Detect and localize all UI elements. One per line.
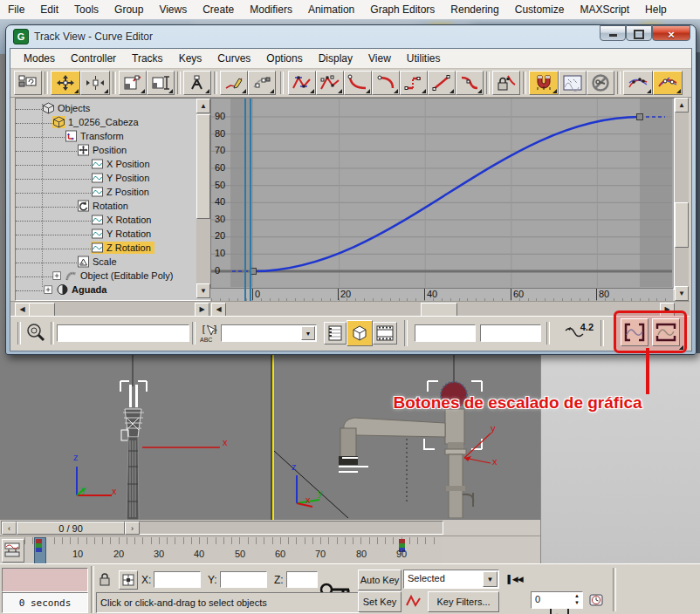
filter-animated-tracks-toggle[interactable] [373,322,397,345]
scale-keys-button[interactable] [119,71,147,95]
draw-curves-button[interactable] [220,71,248,95]
selection-set-dropdown[interactable]: Selected ▼ [403,570,499,589]
filter-selected-objects-toggle[interactable] [347,320,373,346]
hierarchy-tree-panel[interactable]: Objects 1_0256_Cabeza Transform Position [15,98,211,301]
menu-group[interactable]: Group [106,2,151,17]
track-set-name-field[interactable] [57,324,189,342]
window-title-bar[interactable]: G Track View - Curve Editor × [6,25,696,48]
keyframe-end[interactable] [637,114,643,120]
tree-item-x-position[interactable]: X Position [16,157,150,171]
time-configuration-button[interactable] [587,591,606,609]
track-view-window[interactable]: G Track View - Curve Editor × Modes Cont… [5,24,697,355]
menu-views[interactable]: Views [151,2,195,17]
interactive-update-indicator[interactable]: 4.2 [555,322,595,345]
menu-maxscript[interactable]: MAXScript [572,2,637,17]
edit-track-set-list-button[interactable] [324,322,347,345]
keyframe-marker-0[interactable] [36,539,42,551]
tangent-slow-button[interactable] [372,71,400,95]
menu-help[interactable]: Help [637,2,675,17]
expand-plus-icon[interactable] [44,285,53,295]
key-filters-button[interactable]: Key Filters... [428,591,499,612]
viewport-perspective-active[interactable]: y x z x y [272,353,542,523]
current-frame-field[interactable]: 0 ▲▼ [531,591,583,609]
time-slider-handle[interactable]: 0 / 90 [17,522,125,535]
slide-keys-button[interactable] [80,71,110,95]
mini-curve-editor-button[interactable] [2,539,24,563]
time-slider-next-button[interactable]: › [125,522,140,535]
selection-lock-toggle[interactable] [96,570,113,588]
parameter-out-of-range-button[interactable] [559,71,587,95]
time-slider-prev-button[interactable]: ‹ [2,522,17,535]
frame-spinner[interactable]: ▲▼ [573,592,581,606]
show-keyable-button[interactable] [587,71,614,95]
coord-z-field[interactable] [286,571,318,588]
tree-item-objects[interactable]: Objects [16,101,90,115]
tangent-auto-button[interactable] [288,71,316,95]
move-keys-button[interactable] [51,71,80,95]
lock-tangents-button[interactable] [492,71,520,95]
tree-scroll-right[interactable]: ▶ [195,303,209,317]
tangent-step-button[interactable] [400,71,428,95]
zoom-value-extents-button[interactable] [652,318,680,346]
tree-item-z-position[interactable]: Z Position [16,185,149,199]
track-bar[interactable]: 10 20 30 40 50 60 70 80 90 [0,536,540,564]
curve-graph-area[interactable]: 90 80 70 60 50 40 30 20 10 0 [210,98,675,290]
graph-scroll-thumb[interactable] [421,303,457,317]
zoom-horizontal-extents-button[interactable] [621,318,649,346]
coord-y-field[interactable] [220,571,267,588]
menu-tracks[interactable]: Tracks [124,51,171,66]
menu-keys[interactable]: Keys [171,51,210,66]
dropdown-arrow-button[interactable]: ▼ [301,326,315,340]
tangent-smooth-button[interactable] [456,71,484,95]
tree-item-aguada[interactable]: Aguada [16,283,106,297]
snap-frames-button[interactable] [529,71,559,95]
scale-values-button[interactable] [147,71,175,95]
tree-item-x-rotation[interactable]: X Rotation [16,213,151,227]
filter-button[interactable] [14,71,42,95]
menu-options[interactable]: Options [258,51,310,66]
maximize-button[interactable] [626,25,652,41]
tangent-linear-button[interactable] [428,71,456,95]
tree-vertical-scrollbar[interactable]: ▲ ▼ [196,99,210,298]
graph-vertical-scrollbar[interactable]: ▲ ▼ [675,98,689,301]
tree-item-transform[interactable]: Transform [16,129,124,143]
listener-time-box[interactable]: 0 seconds [2,592,88,613]
menu-modes[interactable]: Modes [16,51,63,66]
menu-display[interactable]: Display [311,51,360,66]
show-tangents-button[interactable] [653,71,683,95]
menu-create[interactable]: Create [195,2,242,17]
menu-customize[interactable]: Customize [507,2,573,17]
tree-scroll-left[interactable]: ◀ [15,303,30,317]
menu-utilities[interactable]: Utilities [399,51,449,66]
current-time-line-left[interactable] [244,99,246,301]
tree-scroll-thumb[interactable] [29,303,55,317]
tree-item-cabeza[interactable]: 1_0256_Cabeza [16,115,139,129]
track-set-dropdown[interactable]: ▼ [221,324,317,342]
menu-tools[interactable]: Tools [66,2,106,17]
menu-modifiers[interactable]: Modifiers [242,2,300,17]
dropdown-arrow-button[interactable]: ▼ [483,571,498,587]
menu-controller[interactable]: Controller [63,51,124,66]
current-time-line-right[interactable] [250,99,251,301]
scroll-thumb[interactable] [196,114,210,219]
key-time-field[interactable] [415,324,476,342]
key-value-field[interactable] [480,324,541,342]
default-tangent-button[interactable] [403,591,424,611]
tree-item-y-position[interactable]: Y Position [16,171,149,185]
auto-key-button[interactable]: Auto Key [358,570,401,590]
menu-rendering[interactable]: Rendering [443,2,506,17]
coord-x-field[interactable] [154,571,201,588]
scroll-down-button[interactable]: ▼ [196,283,210,298]
tree-item-object-editable-poly[interactable]: Object (Editable Poly) [16,269,173,283]
retime-tool-button[interactable] [183,71,211,95]
scroll-up-button[interactable]: ▲ [675,98,689,113]
simplify-curve-button[interactable] [623,71,653,95]
track-bar-ruler[interactable] [24,537,442,563]
tree-item-z-rotation-selected[interactable]: Z Rotation [16,241,154,255]
edit-track-set-button[interactable]: [ ]ABC [198,322,221,345]
scroll-up-button[interactable]: ▲ [196,99,210,113]
zoom-selected-object-button[interactable] [24,322,48,345]
scroll-down-button[interactable]: ▼ [675,286,689,301]
expand-plus-icon[interactable] [52,271,62,281]
tree-item-rotation[interactable]: Rotation [16,199,128,213]
